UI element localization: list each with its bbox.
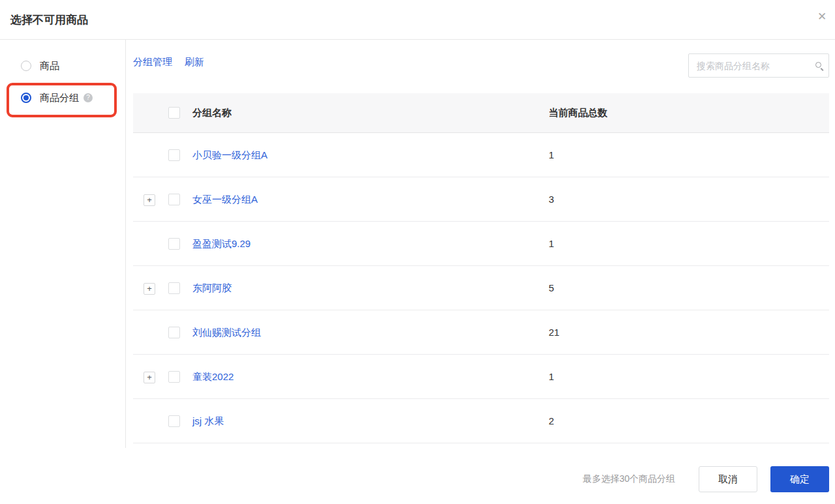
group-name-link[interactable]: 盈盈测试9.29 xyxy=(192,238,250,250)
group-count: 1 xyxy=(549,149,554,160)
radio-option-goods[interactable]: 商品 xyxy=(21,59,59,72)
help-icon[interactable]: ? xyxy=(84,93,93,102)
column-header-name: 分组名称 xyxy=(192,107,232,119)
table-row: 刘仙赐测试分组 21 xyxy=(133,310,829,355)
group-name-link[interactable]: 女巫一级分组A xyxy=(192,194,258,206)
column-header-count: 当前商品总数 xyxy=(549,107,607,119)
expand-icon[interactable]: + xyxy=(144,283,155,295)
row-checkbox[interactable] xyxy=(168,415,180,427)
confirm-button[interactable]: 确定 xyxy=(770,466,829,492)
dialog-title: 选择不可用商品 xyxy=(10,12,88,27)
group-count: 3 xyxy=(549,194,554,205)
group-name-link[interactable]: 小贝验一级分组A xyxy=(192,149,267,162)
group-name-link[interactable]: 东阿阿胶 xyxy=(192,282,232,295)
table-row: + 女巫一级分组A 3 xyxy=(133,177,829,222)
refresh-link[interactable]: 刷新 xyxy=(185,56,204,68)
search-box xyxy=(688,53,829,78)
group-count: 1 xyxy=(549,238,554,249)
table-header-row: 分组名称 当前商品总数 xyxy=(133,93,829,133)
group-name-link[interactable]: 童装2022 xyxy=(192,371,234,383)
sidebar: 商品 商品分组 ? xyxy=(0,40,125,448)
radio-icon-checked[interactable] xyxy=(21,93,31,103)
radio-icon-unchecked[interactable] xyxy=(21,61,31,71)
cancel-button[interactable]: 取消 xyxy=(699,466,757,492)
row-checkbox[interactable] xyxy=(168,149,180,161)
group-name-link[interactable]: 刘仙赐测试分组 xyxy=(192,327,261,339)
search-input[interactable] xyxy=(688,53,829,78)
group-count: 21 xyxy=(549,327,560,338)
group-count: 2 xyxy=(549,415,554,426)
radio-label: 商品分组 xyxy=(40,92,79,104)
expand-icon[interactable]: + xyxy=(144,194,155,206)
table-row: + 童装2022 1 xyxy=(133,355,829,399)
group-count: 5 xyxy=(549,282,554,293)
radio-label: 商品 xyxy=(40,60,59,72)
row-checkbox[interactable] xyxy=(168,194,180,205)
selection-limit-hint: 最多选择30个商品分组 xyxy=(583,473,675,485)
dialog-footer: 最多选择30个商品分组 取消 确定 xyxy=(0,448,835,504)
search-icon[interactable] xyxy=(815,62,821,68)
group-table: 分组名称 当前商品总数 小贝验一级分组A 1 + 女巫一级分组A 3 盈盈测试9 xyxy=(133,93,829,443)
dialog-header: 选择不可用商品 ✕ xyxy=(0,0,835,40)
row-checkbox[interactable] xyxy=(168,327,180,338)
row-checkbox[interactable] xyxy=(168,238,180,250)
select-unavailable-goods-dialog: 选择不可用商品 ✕ 商品 商品分组 ? 分组管理 刷新 xyxy=(0,0,835,504)
radio-option-goods-group[interactable]: 商品分组 ? xyxy=(21,91,93,104)
expand-icon[interactable]: + xyxy=(144,372,155,383)
close-icon[interactable]: ✕ xyxy=(814,9,830,25)
table-row: jsj 水果 2 xyxy=(133,399,829,443)
table-row: 小贝验一级分组A 1 xyxy=(133,133,829,177)
select-all-checkbox[interactable] xyxy=(168,107,180,119)
table-row: 盈盈测试9.29 1 xyxy=(133,222,829,266)
row-checkbox[interactable] xyxy=(168,371,180,383)
group-name-link[interactable]: jsj 水果 xyxy=(192,415,224,428)
group-count: 1 xyxy=(549,371,554,382)
toolbar: 分组管理 刷新 xyxy=(126,40,835,93)
dialog-body: 商品 商品分组 ? 分组管理 刷新 分组名称 xyxy=(0,40,835,448)
row-checkbox[interactable] xyxy=(168,282,180,294)
group-manage-link[interactable]: 分组管理 xyxy=(133,56,172,68)
table-row: + 东阿阿胶 5 xyxy=(133,266,829,310)
content-panel: 分组管理 刷新 分组名称 当前商品总数 小贝验一级分组A 1 xyxy=(126,40,835,448)
